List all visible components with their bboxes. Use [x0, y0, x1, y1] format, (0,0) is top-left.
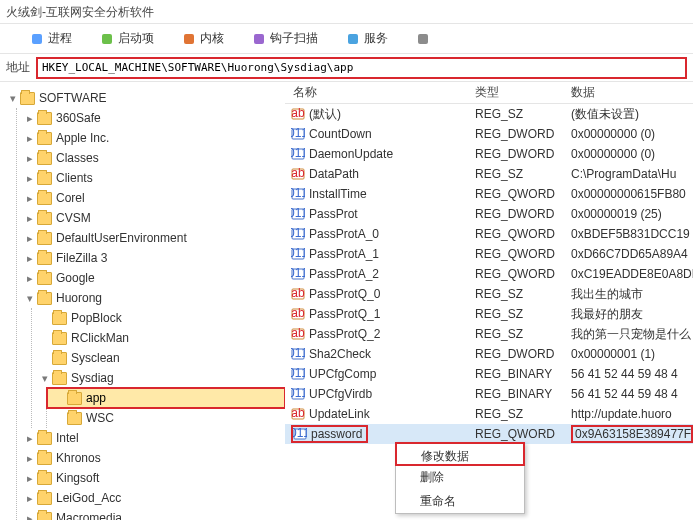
window-title: 火绒剑-互联网安全分析软件 — [0, 0, 693, 24]
svg-rect-0 — [32, 34, 42, 44]
value-row[interactable]: 011UPCfgCompREG_BINARY56 41 52 44 59 48 … — [285, 364, 693, 384]
collapse-icon[interactable]: ▾ — [38, 372, 52, 385]
expand-icon[interactable]: ▸ — [23, 272, 37, 285]
tree-label: Kingsoft — [56, 471, 99, 485]
collapse-icon[interactable]: ▾ — [6, 92, 20, 105]
tree-node[interactable]: PopBlock — [32, 308, 285, 328]
toolbar-内核[interactable]: 内核 — [182, 30, 224, 47]
tree-node[interactable]: ▸Macromedia — [17, 508, 285, 520]
tree-node[interactable]: ▸Google — [17, 268, 285, 288]
tree-node[interactable]: ▸LeiGod_Acc — [17, 488, 285, 508]
tree-node-app[interactable]: app — [47, 388, 285, 408]
tree-node[interactable]: ▸Clients — [17, 168, 285, 188]
tree-node-software[interactable]: ▾ SOFTWARE — [0, 88, 285, 108]
value-name: PassProtQ_1 — [309, 307, 380, 321]
expand-icon[interactable]: ▸ — [23, 452, 37, 465]
tree-label: FileZilla 3 — [56, 251, 107, 265]
expand-icon[interactable]: ▸ — [23, 432, 37, 445]
svg-text:ab: ab — [291, 327, 305, 340]
folder-icon — [67, 392, 82, 405]
expand-icon[interactable]: ▸ — [23, 212, 37, 225]
service-icon — [346, 32, 360, 46]
registry-tree[interactable]: ▾ SOFTWARE ▸360Safe▸Apple Inc.▸Classes▸C… — [0, 82, 285, 520]
toolbar-label: 钩子扫描 — [270, 30, 318, 47]
tree-label: DefaultUserEnvironment — [56, 231, 187, 245]
context-menu-item[interactable]: 重命名 — [396, 489, 524, 513]
svg-text:ab: ab — [291, 107, 305, 120]
expand-icon[interactable]: ▸ — [23, 152, 37, 165]
context-menu-item[interactable]: 删除 — [396, 465, 524, 489]
startup-icon — [100, 32, 114, 46]
tree-node[interactable]: Sysclean — [32, 348, 285, 368]
toolbar-钩子扫描[interactable]: 钩子扫描 — [252, 30, 318, 47]
value-row[interactable]: abPassProtQ_0REG_SZ我出生的城市 — [285, 284, 693, 304]
tree-node[interactable]: RClickMan — [32, 328, 285, 348]
value-name: PassProtA_2 — [309, 267, 379, 281]
toolbar-进程[interactable]: 进程 — [30, 30, 72, 47]
tree-node[interactable]: ▸Intel — [17, 428, 285, 448]
tree-node[interactable]: ▸Khronos — [17, 448, 285, 468]
value-row[interactable]: 011DaemonUpdateREG_DWORD0x00000000 (0) — [285, 144, 693, 164]
tree-node-sysdiag[interactable]: ▾Sysdiag — [32, 368, 285, 388]
tree-node[interactable]: ▸Kingsoft — [17, 468, 285, 488]
col-type[interactable]: 类型 — [475, 84, 571, 101]
binary-value-icon: 011 — [291, 387, 305, 401]
expand-icon[interactable]: ▸ — [23, 132, 37, 145]
address-label: 地址 — [6, 59, 30, 76]
toolbar-启动项[interactable]: 启动项 — [100, 30, 154, 47]
binary-value-icon: 011 — [291, 127, 305, 141]
binary-value-icon: 011 — [291, 147, 305, 161]
folder-icon — [67, 412, 82, 425]
tree-node[interactable]: ▸FileZilla 3 — [17, 248, 285, 268]
tree-node-WSC[interactable]: WSC — [47, 408, 285, 428]
folder-icon — [37, 152, 52, 165]
value-type: REG_QWORD — [475, 247, 571, 261]
expand-icon[interactable]: ▸ — [23, 232, 37, 245]
expand-icon[interactable]: ▸ — [23, 492, 37, 505]
expand-icon[interactable]: ▸ — [23, 252, 37, 265]
value-name: password — [311, 427, 362, 441]
value-row[interactable]: abPassProtQ_2REG_SZ我的第一只宠物是什么 — [285, 324, 693, 344]
value-row[interactable]: 011Sha2CheckREG_DWORD0x00000001 (1) — [285, 344, 693, 364]
value-row[interactable]: 011CountDownREG_DWORD0x00000000 (0) — [285, 124, 693, 144]
tree-node[interactable]: ▸CVSM — [17, 208, 285, 228]
value-row[interactable]: 011UPCfgVirdbREG_BINARY56 41 52 44 59 48… — [285, 384, 693, 404]
expand-icon[interactable]: ▸ — [23, 172, 37, 185]
toolbar-more[interactable] — [416, 32, 434, 46]
value-row[interactable]: 011PassProtA_2REG_QWORD0xC19EADDE8E0A8DE — [285, 264, 693, 284]
tree-node[interactable]: ▸Classes — [17, 148, 285, 168]
value-type: REG_QWORD — [475, 427, 571, 441]
toolbar-服务[interactable]: 服务 — [346, 30, 388, 47]
folder-icon — [20, 92, 35, 105]
expand-icon[interactable]: ▸ — [23, 192, 37, 205]
tree-node[interactable]: ▸Apple Inc. — [17, 128, 285, 148]
value-row[interactable]: 011PassProtA_1REG_QWORD0xD66C7DD65A89A4 — [285, 244, 693, 264]
value-row[interactable]: abPassProtQ_1REG_SZ我最好的朋友 — [285, 304, 693, 324]
value-row[interactable]: 011passwordREG_QWORD0x9A63158E389477F — [285, 424, 693, 444]
tree-node[interactable]: ▸DefaultUserEnvironment — [17, 228, 285, 248]
value-row[interactable]: 011PassProtA_0REG_QWORD0xBDEF5B831DCC19 — [285, 224, 693, 244]
tree-node-huorong[interactable]: ▾Huorong — [17, 288, 285, 308]
collapse-icon[interactable]: ▾ — [23, 292, 37, 305]
expand-icon[interactable]: ▸ — [23, 112, 37, 125]
col-data[interactable]: 数据 — [571, 84, 693, 101]
value-name: UpdateLink — [309, 407, 370, 421]
value-name: PassProtA_0 — [309, 227, 379, 241]
context-menu-item[interactable]: 修改数据 — [395, 442, 525, 466]
tree-node[interactable]: ▸360Safe — [17, 108, 285, 128]
value-row[interactable]: 011InstallTimeREG_QWORD0x00000000615FB80 — [285, 184, 693, 204]
value-row[interactable]: 011PassProtREG_DWORD0x00000019 (25) — [285, 204, 693, 224]
expand-icon[interactable]: ▸ — [23, 512, 37, 521]
tree-label: SOFTWARE — [39, 91, 107, 105]
value-row[interactable]: abUpdateLinkREG_SZhttp://update.huoro — [285, 404, 693, 424]
tree-label: WSC — [86, 411, 114, 425]
svg-rect-5 — [418, 34, 428, 44]
col-name[interactable]: 名称 — [285, 84, 475, 101]
expand-icon[interactable]: ▸ — [23, 472, 37, 485]
address-input[interactable] — [36, 57, 687, 79]
value-row[interactable]: abDataPathREG_SZC:\ProgramData\Hu — [285, 164, 693, 184]
tree-node[interactable]: ▸Corel — [17, 188, 285, 208]
value-type: REG_SZ — [475, 167, 571, 181]
value-row[interactable]: ab(默认)REG_SZ(数值未设置) — [285, 104, 693, 124]
svg-text:011: 011 — [291, 227, 305, 240]
